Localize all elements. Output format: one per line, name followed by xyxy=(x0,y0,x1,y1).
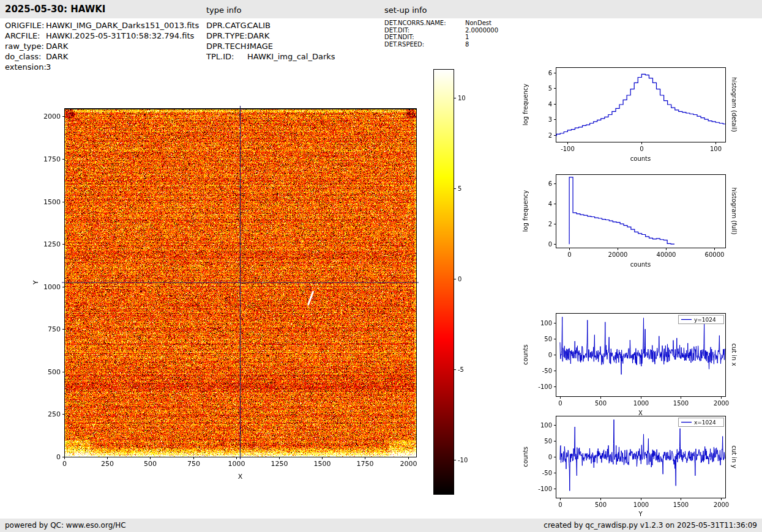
footer-right-text: created by qc_rawdisp.py v1.2.3 on 2025-… xyxy=(543,521,757,530)
setup-info-block: DET.NCORRS.NAME:NonDest DET.DIT:2.000000… xyxy=(384,20,498,48)
meta-row: DPR.TECH:IMAGE xyxy=(206,41,335,51)
meta-label: DET.NCORRS.NAME: xyxy=(384,20,465,27)
meta-value: DARK xyxy=(46,42,68,51)
meta-value: HAWKI_IMG_DARK_Darks151_0013.fits xyxy=(46,21,199,30)
meta-value: 2.0000000 xyxy=(465,27,498,34)
meta-value: DARK xyxy=(247,31,269,40)
meta-row: DET.RSPEED:8 xyxy=(384,41,498,48)
meta-row: DET.NDIT:1 xyxy=(384,34,498,41)
page-title: 2025-05-30: HAWKI xyxy=(5,4,105,15)
meta-label: ORIGFILE: xyxy=(5,20,46,31)
meta-label: DPR.TECH: xyxy=(206,41,247,51)
meta-label: DET.DIT: xyxy=(384,27,465,34)
qc-report-page: 2025-05-30: HAWKI type info set-up info … xyxy=(0,0,762,532)
meta-row: raw_type:DARK xyxy=(5,41,199,51)
meta-row: DET.NCORRS.NAME:NonDest xyxy=(384,20,498,27)
header-bar: 2025-05-30: HAWKI type info set-up info xyxy=(0,0,762,18)
meta-value: NonDest xyxy=(465,20,491,26)
meta-row: DPR.TYPE:DARK xyxy=(206,31,335,41)
meta-value: HAWKI.2025-05-31T10:58:32.794.fits xyxy=(46,31,194,40)
footer-left-text: powered by QC: www.eso.org/HC xyxy=(5,521,126,530)
cut-in-y-plot xyxy=(520,407,762,519)
type-info-heading: type info xyxy=(206,6,242,15)
histogram-detail-plot xyxy=(520,58,762,168)
meta-label: DPR.TYPE: xyxy=(206,31,247,41)
meta-label: DET.RSPEED: xyxy=(384,41,465,48)
type-info-block: DPR.CATG:CALIB DPR.TYPE:DARK DPR.TECH:IM… xyxy=(206,20,335,62)
meta-label: DPR.CATG: xyxy=(206,20,247,31)
meta-label: ARCFILE: xyxy=(5,31,46,41)
meta-row: DET.DIT:2.0000000 xyxy=(384,27,498,34)
meta-label: DET.NDIT: xyxy=(384,34,465,41)
meta-label: raw_type: xyxy=(5,41,46,51)
meta-value: CALIB xyxy=(247,21,271,30)
meta-value: 8 xyxy=(465,41,469,48)
meta-row: ARCFILE:HAWKI.2025-05-31T10:58:32.794.fi… xyxy=(5,31,199,41)
detector-image xyxy=(0,58,428,495)
meta-row: ORIGFILE:HAWKI_IMG_DARK_Darks151_0013.fi… xyxy=(5,20,199,31)
footer-bar: powered by QC: www.eso.org/HC created by… xyxy=(0,519,762,532)
meta-value: 1 xyxy=(465,34,469,40)
meta-value: IMAGE xyxy=(247,42,273,51)
histogram-full-plot xyxy=(520,163,762,273)
meta-row: DPR.CATG:CALIB xyxy=(206,20,335,31)
cut-in-x-plot xyxy=(520,303,762,419)
setup-info-heading: set-up info xyxy=(384,6,427,15)
colorbar xyxy=(428,58,484,504)
